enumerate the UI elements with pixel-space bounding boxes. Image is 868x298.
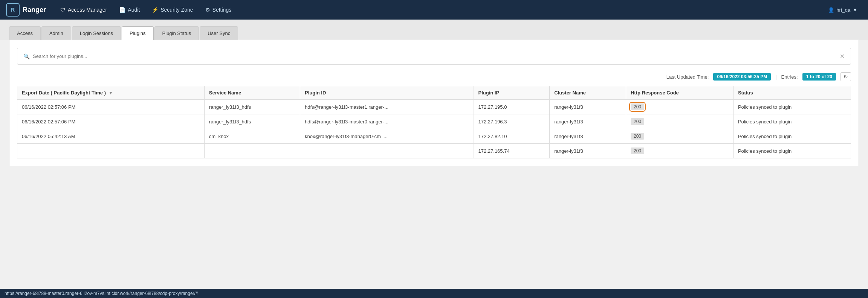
col-status[interactable]: Status (733, 86, 851, 100)
search-input[interactable] (33, 53, 840, 59)
table-row: 172.27.165.74ranger-ly31f3200Policies sy… (17, 144, 851, 158)
cell-export-date: 06/16/2022 05:42:13 AM (17, 129, 205, 144)
cell-http-code: 200 (626, 114, 733, 129)
plugins-table: Export Date ( Pacific Daylight Time ) ▼ … (17, 86, 851, 158)
cell-cluster-name: ranger-ly31f3 (550, 114, 626, 129)
tab-login-sessions[interactable]: Login Sessions (72, 26, 121, 40)
cell-plugin-ip: 172.27.82.10 (474, 129, 550, 144)
nav-item-settings[interactable]: ⚙ Settings (200, 4, 237, 16)
entries-label: Entries: (781, 74, 798, 80)
cell-cluster-name: ranger-ly31f3 (550, 129, 626, 144)
nav-item-security-zone[interactable]: ⚡ Security Zone (147, 4, 198, 16)
status-bar: https://ranger-68l788-master0.ranger-6.l… (0, 289, 868, 298)
table-row: 06/16/2022 05:42:13 AMcm_knoxknox@ranger… (17, 129, 851, 144)
cell-status: Policies synced to plugin (733, 100, 851, 114)
col-cluster-name[interactable]: Cluster Name (550, 86, 626, 100)
refresh-button[interactable]: ↻ (840, 72, 851, 81)
separator: | (775, 74, 776, 80)
tabs-container: Access Admin Login Sessions Plugins Plug… (0, 20, 868, 40)
tab-plugin-status[interactable]: Plugin Status (154, 26, 199, 40)
security-zone-icon: ⚡ (152, 7, 158, 13)
main-container: Access Admin Login Sessions Plugins Plug… (0, 20, 868, 298)
cell-export-date (17, 144, 205, 158)
shield-icon: 🛡 (60, 7, 66, 13)
col-plugin-id[interactable]: Plugin ID (300, 86, 474, 100)
cell-service-name: ranger_ly31f3_hdfs (204, 114, 300, 129)
cell-plugin-id: hdfs@ranger-ly31f3-master0.ranger-... (300, 114, 474, 129)
search-container: 🔍 ✕ (17, 48, 851, 65)
cell-http-code: 200 (626, 129, 733, 144)
search-clear-icon[interactable]: ✕ (840, 53, 845, 60)
cell-service-name (204, 144, 300, 158)
cell-service-name: ranger_ly31f3_hdfs (204, 100, 300, 114)
last-updated-value: 06/16/2022 03:56:35 PM (713, 73, 771, 81)
nav-label-settings: Settings (212, 7, 232, 13)
http-code-badge: 200 (631, 147, 644, 154)
brand-name: Ranger (23, 6, 46, 14)
cell-plugin-ip: 172.27.196.3 (474, 114, 550, 129)
status-url: https://ranger-68l788-master0.ranger-6.l… (5, 291, 198, 296)
cell-cluster-name: ranger-ly31f3 (550, 144, 626, 158)
cell-service-name: cm_knox (204, 129, 300, 144)
audit-icon: 📄 (119, 7, 125, 13)
cell-status: Policies synced to plugin (733, 114, 851, 129)
cell-export-date: 06/16/2022 02:57:06 PM (17, 100, 205, 114)
cell-status: Policies synced to plugin (733, 129, 851, 144)
nav-items: 🛡 Access Manager 📄 Audit ⚡ Security Zone… (55, 4, 824, 16)
col-service-name[interactable]: Service Name (204, 86, 300, 100)
cell-plugin-ip: 172.27.165.74 (474, 144, 550, 158)
user-dropdown-icon: ▼ (853, 7, 857, 13)
entries-value: 1 to 20 of 20 (802, 73, 836, 81)
user-menu[interactable]: 👤 hrt_qa ▼ (824, 4, 862, 16)
settings-icon: ⚙ (205, 7, 210, 13)
nav-item-access-manager[interactable]: 🛡 Access Manager (55, 4, 112, 16)
col-export-date[interactable]: Export Date ( Pacific Daylight Time ) ▼ (17, 86, 205, 100)
ranger-logo: R (6, 3, 20, 17)
tab-plugins[interactable]: Plugins (122, 26, 154, 40)
search-icon: 🔍 (23, 53, 30, 59)
cell-cluster-name: ranger-ly31f3 (550, 100, 626, 114)
tab-admin[interactable]: Admin (41, 26, 71, 40)
cell-http-code: 200 (626, 100, 733, 114)
nav-item-audit[interactable]: 📄 Audit (114, 4, 145, 16)
cell-export-date: 06/16/2022 02:57:06 PM (17, 114, 205, 129)
cell-status: Policies synced to plugin (733, 144, 851, 158)
tab-user-sync[interactable]: User Sync (200, 26, 238, 40)
cell-plugin-id (300, 144, 474, 158)
nav-label-access-manager: Access Manager (68, 7, 107, 13)
table-header-row: Export Date ( Pacific Daylight Time ) ▼ … (17, 86, 851, 100)
info-bar: Last Updated Time: 06/16/2022 03:56:35 P… (17, 72, 851, 81)
table-row: 06/16/2022 02:57:06 PMranger_ly31f3_hdfs… (17, 100, 851, 114)
cell-plugin-ip: 172.27.195.0 (474, 100, 550, 114)
col-plugin-ip[interactable]: Plugin IP (474, 86, 550, 100)
content-panel: 🔍 ✕ Last Updated Time: 06/16/2022 03:56:… (9, 40, 859, 166)
http-code-badge: 200 (631, 133, 644, 140)
last-updated-label: Last Updated Time: (666, 74, 709, 80)
cell-plugin-id: hdfs@ranger-ly31f3-master1.ranger-... (300, 100, 474, 114)
cell-http-code: 200 (626, 144, 733, 158)
http-code-badge: 200 (631, 118, 644, 125)
navbar: R Ranger 🛡 Access Manager 📄 Audit ⚡ Secu… (0, 0, 868, 20)
http-code-badge: 200 (631, 103, 644, 110)
sort-icon: ▼ (109, 91, 113, 95)
col-http-response-code[interactable]: Http Response Code (626, 86, 733, 100)
brand[interactable]: R Ranger (6, 3, 46, 17)
username: hrt_qa (836, 7, 850, 13)
tab-access[interactable]: Access (9, 26, 41, 40)
user-icon: 👤 (828, 7, 834, 13)
cell-plugin-id: knox@ranger-ly31f3-manager0-cm_... (300, 129, 474, 144)
nav-label-audit: Audit (128, 7, 140, 13)
table-row: 06/16/2022 02:57:06 PMranger_ly31f3_hdfs… (17, 114, 851, 129)
nav-label-security-zone: Security Zone (160, 7, 193, 13)
